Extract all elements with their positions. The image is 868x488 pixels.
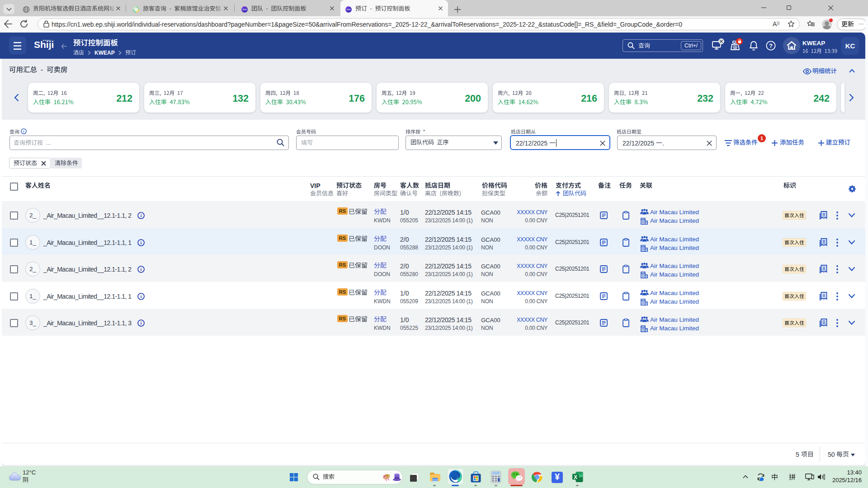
- svg-text:?: ?: [769, 42, 773, 49]
